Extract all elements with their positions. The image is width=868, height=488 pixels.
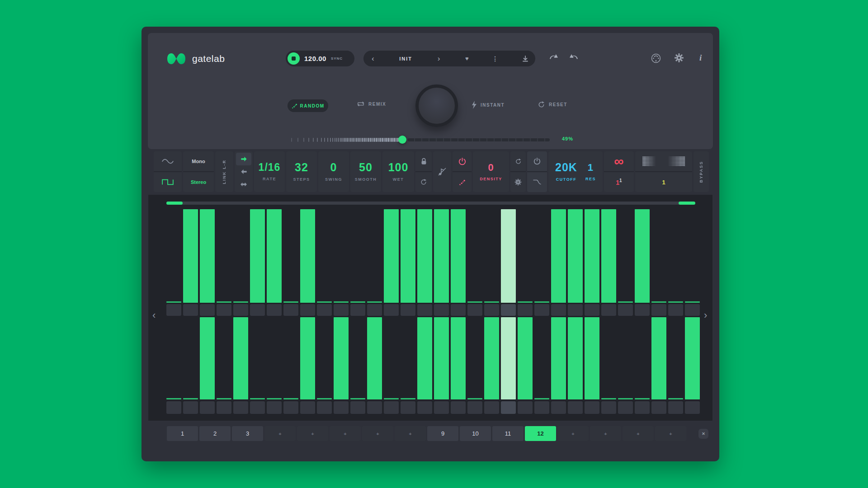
slot[interactable] bbox=[668, 304, 683, 316]
slot[interactable] bbox=[233, 401, 248, 414]
refresh-button[interactable] bbox=[415, 171, 432, 192]
pattern-page-1[interactable]: 1 bbox=[167, 426, 198, 441]
gate-step[interactable] bbox=[300, 209, 317, 303]
slot[interactable] bbox=[635, 304, 650, 316]
gate-bar[interactable] bbox=[300, 317, 315, 399]
slot[interactable] bbox=[283, 304, 298, 316]
slot[interactable] bbox=[635, 401, 650, 414]
slot[interactable] bbox=[417, 304, 432, 316]
slot-step[interactable] bbox=[685, 304, 702, 316]
gate-step[interactable] bbox=[585, 209, 601, 303]
direction-forward-button[interactable] bbox=[236, 153, 251, 165]
preset-name[interactable]: INIT bbox=[399, 56, 412, 61]
more-menu-icon[interactable]: ⋮ bbox=[492, 55, 498, 62]
gate-bar[interactable] bbox=[635, 209, 650, 303]
gate-bar[interactable] bbox=[568, 317, 583, 399]
slot-step[interactable] bbox=[618, 401, 635, 414]
slot-step[interactable] bbox=[518, 304, 534, 316]
gate-step[interactable] bbox=[183, 317, 200, 399]
gate-step[interactable] bbox=[635, 317, 651, 399]
slot[interactable] bbox=[384, 304, 399, 316]
slot-step[interactable] bbox=[283, 401, 300, 414]
gate-step[interactable] bbox=[685, 209, 702, 303]
slot[interactable] bbox=[417, 401, 432, 414]
gate-bar-playhead[interactable] bbox=[501, 317, 516, 399]
gate-bar[interactable] bbox=[233, 317, 248, 399]
slot-step[interactable] bbox=[417, 401, 434, 414]
slot-step[interactable] bbox=[384, 401, 401, 414]
slot-step[interactable] bbox=[233, 401, 250, 414]
note-off-button[interactable] bbox=[433, 151, 451, 192]
gate-bar[interactable] bbox=[484, 317, 499, 399]
gate-bar[interactable] bbox=[267, 209, 282, 303]
slot-step[interactable] bbox=[200, 401, 217, 414]
slot[interactable] bbox=[451, 401, 466, 414]
delete-pattern-button[interactable]: ✕ bbox=[698, 429, 708, 439]
slot[interactable] bbox=[250, 401, 265, 414]
gate-step[interactable] bbox=[501, 209, 518, 303]
random-button[interactable]: RANDOM bbox=[288, 99, 328, 112]
gate-step[interactable] bbox=[618, 209, 635, 303]
slot-step[interactable] bbox=[417, 304, 434, 316]
gate-step[interactable] bbox=[367, 317, 384, 399]
gate-step[interactable] bbox=[250, 317, 267, 399]
gate-step[interactable] bbox=[534, 317, 551, 399]
slot-step[interactable] bbox=[250, 304, 267, 316]
gate-step[interactable] bbox=[618, 317, 635, 399]
fade-amount-button[interactable]: 1 bbox=[635, 171, 692, 192]
slot-step[interactable] bbox=[568, 401, 585, 414]
slot[interactable] bbox=[651, 401, 666, 414]
steps-control[interactable]: 32 STEPS bbox=[286, 151, 317, 192]
gate-step[interactable] bbox=[467, 317, 484, 399]
add-pattern-button[interactable]: + bbox=[362, 426, 393, 441]
add-pattern-button[interactable]: + bbox=[264, 426, 296, 441]
density-power-button[interactable] bbox=[453, 151, 472, 171]
gate-step[interactable] bbox=[183, 209, 200, 303]
slot-step[interactable] bbox=[334, 401, 350, 414]
gate-step[interactable] bbox=[367, 209, 384, 303]
slot[interactable] bbox=[518, 304, 533, 316]
gate-bar[interactable] bbox=[300, 209, 315, 303]
slot[interactable] bbox=[350, 304, 365, 316]
preset-next-button[interactable]: › bbox=[436, 55, 442, 62]
slot-step[interactable] bbox=[501, 401, 518, 414]
slot-step[interactable] bbox=[401, 304, 417, 316]
slot-step[interactable] bbox=[451, 401, 467, 414]
slot[interactable] bbox=[451, 304, 466, 316]
slot[interactable] bbox=[585, 304, 599, 316]
slot[interactable] bbox=[334, 304, 349, 316]
slot[interactable] bbox=[217, 304, 231, 316]
gate-bar[interactable] bbox=[451, 209, 466, 303]
gate-step[interactable] bbox=[484, 209, 501, 303]
reset-button[interactable]: RESET bbox=[538, 101, 567, 108]
gate-step[interactable] bbox=[300, 317, 317, 399]
gate-step[interactable] bbox=[401, 209, 417, 303]
slot-step[interactable] bbox=[518, 401, 534, 414]
slot-step[interactable] bbox=[484, 401, 501, 414]
gate-step[interactable] bbox=[484, 317, 501, 399]
gate-step[interactable] bbox=[283, 317, 300, 399]
slot[interactable] bbox=[518, 401, 533, 414]
gate-step[interactable] bbox=[317, 209, 334, 303]
slot[interactable] bbox=[166, 304, 181, 316]
slot-step[interactable] bbox=[183, 304, 200, 316]
gate-bar[interactable] bbox=[551, 317, 566, 399]
slot-step[interactable] bbox=[401, 401, 417, 414]
gate-step[interactable] bbox=[434, 317, 451, 399]
play-stop-button[interactable] bbox=[288, 52, 300, 65]
slot[interactable] bbox=[300, 304, 315, 316]
add-pattern-button[interactable]: + bbox=[557, 426, 589, 441]
gate-step[interactable] bbox=[250, 209, 267, 303]
slot[interactable] bbox=[283, 401, 298, 414]
gate-step[interactable] bbox=[217, 317, 233, 399]
square-wave-button[interactable] bbox=[154, 171, 182, 192]
slot[interactable] bbox=[384, 401, 399, 414]
wet-control[interactable]: 100 WET bbox=[382, 151, 414, 192]
slot-step[interactable] bbox=[668, 304, 685, 316]
pattern-page-2[interactable]: 2 bbox=[199, 426, 231, 441]
pattern-page-10[interactable]: 10 bbox=[460, 426, 491, 441]
slot[interactable] bbox=[217, 401, 231, 414]
slot-step[interactable] bbox=[183, 401, 200, 414]
instant-button[interactable]: INSTANT bbox=[472, 101, 505, 109]
add-pattern-button[interactable]: + bbox=[330, 426, 361, 441]
